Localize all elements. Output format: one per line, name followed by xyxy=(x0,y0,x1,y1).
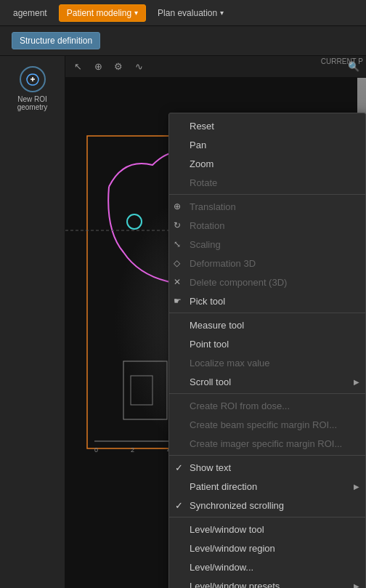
new-roi-button[interactable]: New ROI geometry xyxy=(7,62,59,116)
svg-point-3 xyxy=(127,214,142,229)
menu-label-rotation: Rotation xyxy=(190,220,224,231)
separator-2 xyxy=(169,313,365,313)
menu-item-rotate: Rotate xyxy=(169,173,365,192)
menu-item-create-roi-dose: Create ROI from dose... xyxy=(169,396,365,415)
rotation-icon: ↻ xyxy=(174,220,181,230)
menu-item-level-window-region[interactable]: Level/window region xyxy=(169,539,365,557)
structure-definition-button[interactable]: Structure definition xyxy=(12,32,100,49)
menu-label-synchronized-scrolling: Synchronized scrolling xyxy=(190,500,284,511)
menu-label-measure-tool: Measure tool xyxy=(190,320,244,331)
menu-label-delete-component: Delete component (3D) xyxy=(190,277,287,288)
crosshair-icon[interactable]: ⊕ xyxy=(90,59,106,75)
menu-item-create-imager-margin: Create imager specific margin ROI... xyxy=(169,434,365,453)
menu-label-create-imager-margin: Create imager specific margin ROI... xyxy=(190,438,342,449)
current-label: CURRENT P xyxy=(318,56,366,67)
tab-patient-modeling[interactable]: Patient modeling xyxy=(59,4,146,22)
menu-item-level-window[interactable]: Level/window... xyxy=(169,557,365,576)
wave-icon[interactable]: ∿ xyxy=(131,59,147,75)
menu-label-reset: Reset xyxy=(190,121,214,132)
separator-4 xyxy=(169,455,365,456)
menu-label-level-window: Level/window... xyxy=(190,562,253,573)
menu-item-reset[interactable]: Reset xyxy=(169,116,365,135)
menu-item-level-window-tool[interactable]: Level/window tool xyxy=(169,520,365,539)
main-area: New ROI geometry ↖ ⊕ ⚙ ∿ 🔍 CURRENT P xyxy=(0,56,366,588)
menu-item-localize-max: Localize max value xyxy=(169,353,365,372)
menu-item-zoom[interactable]: Zoom xyxy=(169,154,365,173)
menu-item-measure-tool[interactable]: Measure tool xyxy=(169,315,365,334)
menu-item-rotation: ↻ Rotation xyxy=(169,216,365,235)
menu-item-create-beam-margin: Create beam specific margin ROI... xyxy=(169,415,365,434)
top-navigation: agement Patient modeling Plan evaluation xyxy=(0,0,366,26)
image-toolbar: ↖ ⊕ ⚙ ∿ 🔍 CURRENT P xyxy=(65,56,366,78)
scaling-icon: ⤡ xyxy=(174,239,181,249)
menu-label-create-beam-margin: Create beam specific margin ROI... xyxy=(190,419,337,430)
menu-item-patient-direction[interactable]: Patient direction xyxy=(169,477,365,496)
tab-arrangement[interactable]: agement xyxy=(6,5,54,21)
menu-label-deformation3d: Deformation 3D xyxy=(190,258,256,269)
menu-item-scroll-tool[interactable]: Scroll tool xyxy=(169,372,365,391)
context-menu: Reset Pan Zoom Rotate ⊕ Translation ↻ Ro… xyxy=(168,113,366,588)
menu-label-create-roi-dose: Create ROI from dose... xyxy=(190,400,290,411)
pick-tool-icon: ☛ xyxy=(174,296,182,306)
new-roi-icon xyxy=(20,66,46,92)
menu-label-pan: Pan xyxy=(190,140,206,150)
separator-3 xyxy=(169,393,365,394)
menu-label-level-window-tool: Level/window tool xyxy=(190,524,264,535)
svg-text:2: 2 xyxy=(131,446,134,454)
svg-rect-11 xyxy=(131,376,152,405)
svg-rect-10 xyxy=(123,361,167,419)
tab-plan-evaluation[interactable]: Plan evaluation xyxy=(150,5,231,21)
menu-item-translation: ⊕ Translation xyxy=(169,197,365,216)
menu-label-pick-tool: Pick tool xyxy=(190,296,225,307)
menu-label-scaling: Scaling xyxy=(190,239,221,250)
menu-label-level-window-region: Level/window region xyxy=(190,543,275,554)
menu-item-deformation3d: ◇ Deformation 3D xyxy=(169,254,365,273)
translation-icon: ⊕ xyxy=(174,201,181,212)
menu-item-pan[interactable]: Pan xyxy=(169,135,365,154)
menu-item-point-tool[interactable]: Point tool xyxy=(169,334,365,353)
menu-label-localize-max: Localize max value xyxy=(190,358,270,368)
menu-item-show-text[interactable]: Show text xyxy=(169,458,365,477)
menu-label-scroll-tool: Scroll tool xyxy=(190,376,231,387)
separator-5 xyxy=(169,517,365,517)
menu-item-scaling: ⤡ Scaling xyxy=(169,235,365,254)
menu-label-rotate: Rotate xyxy=(190,177,217,188)
menu-label-zoom: Zoom xyxy=(190,158,214,169)
separator-1 xyxy=(169,194,365,195)
left-sidebar: New ROI geometry xyxy=(0,56,65,588)
menu-item-synchronized-scrolling[interactable]: Synchronized scrolling xyxy=(169,496,365,515)
delete-icon: ✕ xyxy=(174,277,181,287)
menu-label-point-tool: Point tool xyxy=(190,339,229,350)
menu-item-level-window-presets[interactable]: Level/window presets xyxy=(169,576,365,588)
menu-label-show-text: Show text xyxy=(190,462,231,473)
menu-label-patient-direction: Patient direction xyxy=(190,481,257,492)
cursor-icon[interactable]: ↖ xyxy=(70,59,86,75)
menu-item-pick-tool[interactable]: ☛ Pick tool xyxy=(169,291,365,310)
new-roi-label: New ROI geometry xyxy=(9,95,56,111)
menu-label-translation: Translation xyxy=(190,201,236,212)
svg-text:0: 0 xyxy=(94,446,98,454)
menu-item-delete-component: ✕ Delete component (3D) xyxy=(169,273,365,291)
deformation-icon: ◇ xyxy=(174,258,180,268)
gear-icon[interactable]: ⚙ xyxy=(110,59,126,75)
menu-label-level-window-presets: Level/window presets xyxy=(190,581,280,589)
